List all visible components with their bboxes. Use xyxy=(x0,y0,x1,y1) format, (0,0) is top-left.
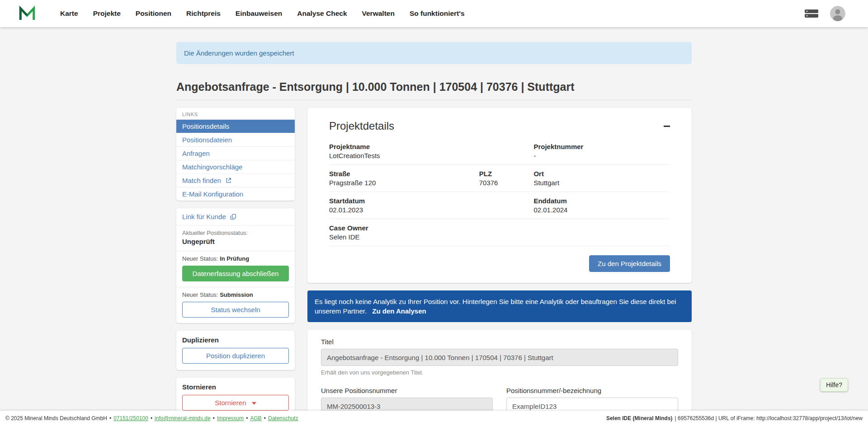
new-status-value: In Prüfung xyxy=(220,255,249,262)
links-header: LINKS xyxy=(176,108,295,119)
copy-icon xyxy=(230,214,236,220)
main-nav: Karte Projekte Positionen Richtpreis Ein… xyxy=(60,9,465,18)
project-row-dates: Startdatum 02.01.2023 Enddatum 02.01.202… xyxy=(329,192,670,219)
collapse-icon[interactable] xyxy=(664,126,670,127)
sidebar-item-positionsdateien[interactable]: Positionsdateien xyxy=(176,133,295,146)
field-projektnummer: Projektnummer - xyxy=(533,143,670,159)
footer-impressum-link[interactable]: Impressum xyxy=(217,415,244,421)
server-rack-icon[interactable] xyxy=(805,9,818,18)
analytics-link[interactable]: Zu den Analysen xyxy=(372,307,426,315)
sidebar-links-card: LINKS Positionsdetails Positionsdateien … xyxy=(176,108,295,201)
current-status-label: Aktueller Positionsstatus: xyxy=(182,229,289,236)
page-title: Angebotsanfrage - Entsorgung | 10.000 To… xyxy=(176,80,692,94)
footer-email-link[interactable]: info@mineral-minds.de xyxy=(155,415,211,421)
sidebar-item-matchingvorschlaege[interactable]: Matchingvorschläge xyxy=(176,160,295,173)
footer-copyright: © 2025 Mineral Minds Deutschland GmbH xyxy=(5,415,107,421)
footer-separator: • xyxy=(246,415,248,421)
nav-item-karte[interactable]: Karte xyxy=(60,9,78,18)
sidebar-item-positionsdetails[interactable]: Positionsdetails xyxy=(176,119,295,133)
footer-agb-link[interactable]: AGB xyxy=(250,415,261,421)
new-status-label: Neuer Status: xyxy=(182,255,218,262)
titel-help: Erhält den von uns vorgegebenen Titel. xyxy=(321,369,678,376)
help-button[interactable]: Hilfe? xyxy=(820,378,848,392)
field-ort: Ort Stuttgart xyxy=(533,170,670,187)
person-icon xyxy=(830,6,845,21)
sidebar-item-anfragen[interactable]: Anfragen xyxy=(176,146,295,160)
customer-link-label: Link für Kunde xyxy=(182,213,226,220)
project-details-card: Projektdetails Projektname LotCreationTe… xyxy=(307,108,692,283)
user-avatar[interactable] xyxy=(830,6,845,21)
duplicate-position-button[interactable]: Position duplizieren xyxy=(182,348,289,364)
field-startdatum: Startdatum 02.01.2023 xyxy=(329,197,533,214)
sidebar-item-label: Match finden xyxy=(182,177,221,184)
project-details-button[interactable]: Zu den Projektdetails xyxy=(589,255,670,272)
customer-link[interactable]: Link für Kunde xyxy=(176,208,295,225)
chevron-down-icon xyxy=(252,402,256,405)
top-navigation: Karte Projekte Positionen Richtpreis Ein… xyxy=(0,0,868,27)
footer-session-info: | 69576255536d | URL of iFrame: http://l… xyxy=(675,415,863,421)
project-details-title: Projektdetails xyxy=(329,120,394,132)
field-projektname: Projektname LotCreationTests xyxy=(329,143,533,159)
nav-item-verwalten[interactable]: Verwalten xyxy=(362,9,395,18)
titel-label: Titel xyxy=(321,338,678,346)
current-status-value: Ungeprüft xyxy=(182,238,289,245)
analytics-banner-text: Es liegt noch keine Analytik zu Ihrer Po… xyxy=(315,298,676,315)
title-divider xyxy=(176,100,692,100)
footer: © 2025 Mineral Minds Deutschland GmbH • … xyxy=(0,411,868,426)
project-row-address: Straße Pragstraße 120 PLZ 70376 Ort Stut… xyxy=(329,165,670,192)
field-enddatum: Enddatum 02.01.2024 xyxy=(533,197,670,214)
switch-status-button[interactable]: Status wechseln xyxy=(182,302,289,318)
new-status-pruefung-section: Neuer Status: In Prüfung Datenerfassung … xyxy=(176,251,295,287)
field-plz: PLZ 70376 xyxy=(479,170,534,187)
custom-number-label: Positionsnummer/-bezeichnung xyxy=(506,387,678,394)
external-link-icon xyxy=(226,178,231,183)
new-status-submission-section: Neuer Status: Submission Status wechseln xyxy=(176,287,295,323)
footer-separator: • xyxy=(151,415,152,421)
duplicate-title: Duplizieren xyxy=(182,336,289,344)
project-row-name: Projektname LotCreationTests Projektnumm… xyxy=(329,138,670,165)
success-alert-text: Die Änderungen wurden gespeichert xyxy=(184,49,294,57)
nav-item-positionen[interactable]: Positionen xyxy=(136,9,171,18)
new-status-line: Neuer Status: Submission xyxy=(182,291,289,298)
page-content: Die Änderungen wurden gespeichert Angebo… xyxy=(176,42,692,426)
footer-separator: • xyxy=(264,415,266,421)
new-status-line: Neuer Status: In Prüfung xyxy=(182,255,289,262)
our-number-label: Unsere Positionsnummer xyxy=(321,387,493,394)
cancel-button-label: Stornieren xyxy=(215,399,246,407)
nav-item-analyse-check[interactable]: Analyse Check xyxy=(297,9,347,18)
new-status-label: Neuer Status: xyxy=(182,291,218,298)
analytics-banner: Es liegt noch keine Analytik zu Ihrer Po… xyxy=(307,290,692,322)
duplicate-card: Duplizieren Position duplizieren xyxy=(176,331,295,370)
nav-item-richtpreis[interactable]: Richtpreis xyxy=(186,9,221,18)
field-case-owner: Case Owner Selen IDE xyxy=(329,224,670,241)
footer-user: Selen IDE (Mineral Minds) xyxy=(606,415,673,421)
success-alert: Die Änderungen wurden gespeichert xyxy=(176,42,692,64)
nav-item-einbauweisen[interactable]: Einbauweisen xyxy=(236,9,282,18)
field-strasse: Straße Pragstraße 120 xyxy=(329,170,479,187)
sidebar: LINKS Positionsdetails Positionsdateien … xyxy=(176,108,295,425)
cancel-dropdown-button[interactable]: Stornieren xyxy=(182,395,289,411)
cancel-title: Stornieren xyxy=(182,383,289,391)
footer-phone-link[interactable]: 07151/250100 xyxy=(113,415,148,421)
project-row-owner: Case Owner Selen IDE xyxy=(329,219,670,246)
nav-item-so-funktionierts[interactable]: So funktioniert's xyxy=(410,9,465,18)
status-card: Link für Kunde Aktueller Positionsstatus… xyxy=(176,208,295,323)
footer-separator: • xyxy=(213,415,215,421)
nav-item-projekte[interactable]: Projekte xyxy=(93,9,121,18)
sidebar-item-match-finden[interactable]: Match finden xyxy=(176,173,295,187)
app-logo[interactable] xyxy=(19,6,35,21)
main-column: Projektdetails Projektname LotCreationTe… xyxy=(307,108,692,426)
footer-datenschutz-link[interactable]: Datenschutz xyxy=(268,415,298,421)
titel-input xyxy=(321,349,678,366)
complete-data-entry-button[interactable]: Datenerfassung abschließen xyxy=(182,266,289,281)
sidebar-item-email-konfiguration[interactable]: E-Mail Konfiguration xyxy=(176,187,295,201)
current-status-section: Aktueller Positionsstatus: Ungeprüft xyxy=(176,225,295,251)
mineral-minds-logo-icon xyxy=(19,6,35,21)
footer-separator: • xyxy=(109,415,111,421)
new-status-value: Submission xyxy=(220,291,253,298)
